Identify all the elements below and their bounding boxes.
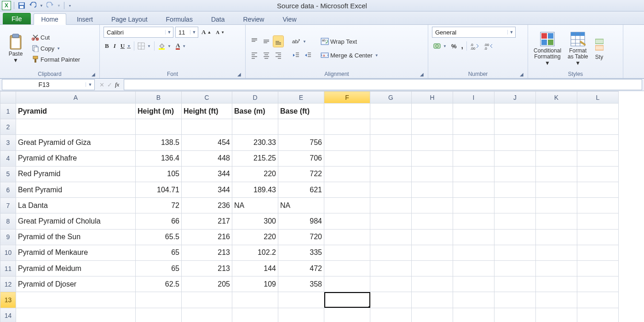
- align-center-button[interactable]: [261, 50, 271, 61]
- formula-input[interactable]: [124, 79, 642, 90]
- cell[interactable]: [370, 150, 412, 166]
- cell[interactable]: [536, 150, 577, 166]
- decrease-indent-button[interactable]: [291, 50, 301, 61]
- cell[interactable]: [324, 104, 370, 119]
- cell[interactable]: Pyramid of the Sun: [16, 229, 136, 245]
- cell[interactable]: 720: [278, 229, 324, 245]
- cell[interactable]: [182, 119, 232, 135]
- cell[interactable]: 756: [278, 135, 324, 150]
- cell[interactable]: [324, 150, 370, 166]
- undo-button[interactable]: [28, 1, 37, 10]
- copy-button[interactable]: Copy ▼: [30, 43, 81, 54]
- cell[interactable]: [412, 135, 453, 150]
- fill-color-button[interactable]: ▼: [156, 40, 172, 52]
- number-format-combo[interactable]: General ▼: [432, 27, 516, 38]
- cell[interactable]: [494, 198, 536, 213]
- cell[interactable]: [370, 229, 412, 245]
- wrap-text-button[interactable]: ab Wrap Text: [319, 36, 380, 47]
- cell[interactable]: 230.33: [232, 135, 278, 150]
- cell[interactable]: [182, 292, 232, 308]
- cell[interactable]: [536, 276, 577, 292]
- cell[interactable]: 205: [182, 276, 232, 292]
- column-header[interactable]: C: [182, 92, 232, 104]
- cell[interactable]: [453, 119, 494, 135]
- orientation-button[interactable]: ab ▼: [291, 36, 308, 47]
- row-header[interactable]: 10: [0, 245, 16, 260]
- cell[interactable]: [494, 261, 536, 276]
- row-header[interactable]: 6: [0, 182, 16, 198]
- italic-button[interactable]: I: [112, 40, 117, 52]
- cell[interactable]: [494, 213, 536, 229]
- row-header[interactable]: 5: [0, 166, 16, 182]
- cell[interactable]: [494, 104, 536, 119]
- cell[interactable]: [453, 245, 494, 260]
- format-as-table-button[interactable]: Format as Table▼: [566, 29, 590, 67]
- row-header[interactable]: 3: [0, 135, 16, 150]
- cell[interactable]: [278, 308, 324, 322]
- cell[interactable]: [370, 213, 412, 229]
- cell[interactable]: [494, 308, 536, 322]
- cell[interactable]: [577, 166, 619, 182]
- cell[interactable]: [324, 135, 370, 150]
- cell[interactable]: 72: [136, 198, 182, 213]
- column-header[interactable]: I: [453, 92, 494, 104]
- cell[interactable]: [412, 198, 453, 213]
- cell[interactable]: [577, 276, 619, 292]
- cell[interactable]: [232, 292, 278, 308]
- cell-styles-button[interactable]: Sty: [593, 35, 606, 61]
- cell[interactable]: 217: [182, 213, 232, 229]
- column-header[interactable]: E: [278, 92, 324, 104]
- cell[interactable]: [324, 261, 370, 276]
- cell[interactable]: [536, 261, 577, 276]
- cut-button[interactable]: Cut: [30, 32, 81, 43]
- tab-insert[interactable]: Insert: [69, 13, 101, 24]
- cell[interactable]: Pyramid of Djoser: [16, 276, 136, 292]
- cell[interactable]: [577, 182, 619, 198]
- cell[interactable]: 300: [232, 213, 278, 229]
- cell[interactable]: [324, 308, 370, 322]
- cell[interactable]: Pyramid of Menkaure: [16, 245, 136, 260]
- cell[interactable]: [370, 245, 412, 260]
- cell[interactable]: 62.5: [136, 276, 182, 292]
- conditional-formatting-button[interactable]: Conditional Formatting▼: [532, 29, 563, 67]
- row-header[interactable]: 11: [0, 261, 16, 276]
- cell[interactable]: [232, 308, 278, 322]
- enter-formula-button[interactable]: ✓: [107, 81, 112, 88]
- cell[interactable]: [536, 292, 577, 308]
- cell[interactable]: 621: [278, 182, 324, 198]
- cell[interactable]: [453, 166, 494, 182]
- cell[interactable]: [412, 119, 453, 135]
- cell[interactable]: [412, 292, 453, 308]
- cell[interactable]: [494, 245, 536, 260]
- cell[interactable]: Pyramid: [16, 104, 136, 119]
- cell[interactable]: [453, 229, 494, 245]
- cell[interactable]: [494, 292, 536, 308]
- cell[interactable]: [577, 198, 619, 213]
- cell[interactable]: [324, 213, 370, 229]
- grow-font-button[interactable]: A▲: [200, 27, 213, 38]
- dialog-launcher-icon[interactable]: ◢: [518, 71, 525, 77]
- cell[interactable]: [412, 150, 453, 166]
- percent-button[interactable]: %: [450, 40, 458, 52]
- cell[interactable]: 104.71: [136, 182, 182, 198]
- cell[interactable]: [412, 229, 453, 245]
- cell[interactable]: NA: [278, 198, 324, 213]
- cell[interactable]: 472: [278, 261, 324, 276]
- cell[interactable]: [536, 198, 577, 213]
- cell[interactable]: [370, 166, 412, 182]
- cell[interactable]: [324, 292, 370, 308]
- cell[interactable]: [136, 119, 182, 135]
- cell[interactable]: 105: [136, 166, 182, 182]
- cell[interactable]: 66: [136, 213, 182, 229]
- cell[interactable]: Pyramid of Khafre: [16, 150, 136, 166]
- row-header[interactable]: 1: [0, 104, 16, 119]
- cell[interactable]: Bent Pyramid: [16, 182, 136, 198]
- redo-menu-button[interactable]: ▼: [57, 1, 61, 10]
- cell[interactable]: [453, 276, 494, 292]
- cell[interactable]: [453, 135, 494, 150]
- dialog-launcher-icon[interactable]: ◢: [419, 71, 425, 77]
- cell[interactable]: Great Pyramid of Giza: [16, 135, 136, 150]
- cell[interactable]: [324, 182, 370, 198]
- cell[interactable]: [494, 182, 536, 198]
- cell[interactable]: [494, 166, 536, 182]
